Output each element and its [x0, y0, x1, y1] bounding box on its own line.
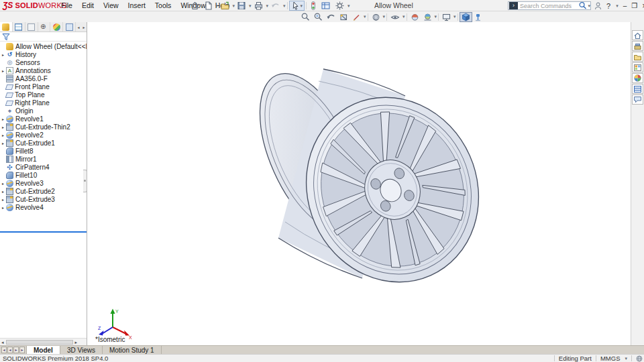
menu-insert[interactable]: Insert — [123, 0, 150, 11]
last-tab-button[interactable]: ► — [19, 347, 25, 353]
selection-filter-button[interactable] — [308, 1, 319, 11]
tab-displaymanager[interactable] — [50, 22, 63, 32]
tree-horizontal-scrollbar[interactable]: ◂ ▸ — [0, 338, 87, 345]
select-button[interactable]: ▾ — [289, 1, 305, 11]
apply-scene-dropdown-icon[interactable]: ▾ — [435, 14, 437, 19]
graphics-viewport[interactable]: Y X Z *Isometric — [87, 22, 631, 345]
expand-arrow[interactable]: ▸ — [0, 189, 6, 194]
edit-appearance-button[interactable] — [409, 12, 421, 22]
expand-arrow[interactable]: ▸ — [0, 197, 6, 202]
previous-view-button[interactable] — [325, 12, 337, 22]
tree-item-front-plane[interactable]: Front Plane — [0, 82, 87, 90]
pin-toolbar-icon[interactable] — [472, 12, 484, 22]
status-globe-icon[interactable] — [636, 355, 643, 362]
expand-arrow[interactable]: ▸ — [0, 52, 6, 57]
annotation-dropdown-icon[interactable]: ▾ — [364, 14, 366, 19]
tab-featuremanager[interactable] — [0, 22, 13, 32]
search-commands-box[interactable]: › ▾ — [508, 1, 591, 10]
dynamic-annotation-views-button[interactable] — [350, 12, 363, 22]
tree-root[interactable]: Allow Wheel (Default<<Default>_D — [0, 42, 87, 50]
tree-item-cut-extrude-thin2[interactable]: ▸Cut-Extrude-Thin2 — [0, 123, 87, 131]
display-style-dropdown-icon[interactable]: ▾ — [383, 14, 386, 19]
status-units[interactable]: MMGS — [600, 355, 621, 362]
view-settings-button[interactable] — [440, 12, 453, 22]
tab-dimxpertmanager[interactable] — [38, 22, 51, 32]
apply-scene-button[interactable] — [421, 12, 434, 22]
menu-view[interactable]: View — [99, 0, 123, 11]
expand-arrow[interactable]: ▸ — [0, 117, 6, 121]
solidworks-resources-button[interactable] — [632, 30, 643, 40]
design-library-button[interactable] — [632, 41, 643, 51]
menu-tools[interactable]: Tools — [150, 0, 176, 11]
tree-item-cut-extrude1[interactable]: ▸Cut-Extrude1 — [0, 139, 87, 147]
print-button[interactable] — [252, 1, 266, 11]
options-dropdown-icon[interactable]: ▾ — [347, 3, 350, 9]
tree-item-history[interactable]: ▸History — [0, 50, 87, 58]
expand-arrow[interactable]: ▸ — [0, 133, 6, 137]
expand-arrow[interactable]: ▸ — [0, 205, 6, 210]
rollback-bar[interactable] — [0, 231, 87, 233]
tree-item-mirror1[interactable]: Mirror1 — [0, 155, 87, 163]
help-button[interactable]: ? — [606, 2, 610, 10]
tree-item-right-plane[interactable]: Right Plane — [0, 99, 87, 107]
appearances-scenes-button[interactable] — [632, 73, 643, 83]
tab-3d-views[interactable]: 3D Views — [60, 346, 103, 354]
tree-item-annotations[interactable]: ▸Annotations — [0, 66, 87, 74]
minimize-button[interactable]: – — [623, 2, 627, 9]
tree-item-cut-extrude2[interactable]: ▸Cut-Extrude2 — [0, 187, 87, 195]
tab-configurationmanager[interactable] — [25, 22, 38, 32]
file-explorer-button[interactable] — [632, 52, 643, 62]
tab-scroll-left[interactable]: ◂ — [76, 22, 81, 32]
first-tab-button[interactable]: ◄ — [1, 347, 7, 353]
search-magnifier-icon[interactable] — [578, 1, 587, 10]
search-input[interactable] — [518, 3, 578, 9]
undo-button[interactable] — [268, 1, 282, 11]
scroll-left-arrow[interactable]: ◂ — [1, 339, 4, 345]
next-tab-button[interactable]: ► — [13, 347, 19, 353]
solidworks-forum-button[interactable] — [632, 95, 643, 105]
tree-item-cirpattern4[interactable]: CirPattern4 — [0, 163, 87, 171]
restore-button[interactable]: ❐ — [631, 2, 637, 9]
prev-tab-button[interactable]: ◄ — [7, 347, 13, 353]
custom-properties-button[interactable] — [632, 84, 643, 94]
hide-show-dropdown-icon[interactable]: ▾ — [402, 14, 405, 19]
tree-item-material[interactable]: AA356.0-F — [0, 74, 87, 82]
section-view-button[interactable] — [337, 12, 350, 22]
save-button[interactable] — [235, 1, 248, 11]
login-user-icon[interactable] — [594, 2, 602, 10]
hide-show-items-button[interactable] — [388, 12, 402, 22]
filter-funnel-icon[interactable] — [2, 33, 10, 41]
menu-file[interactable]: File — [56, 0, 77, 11]
help-dropdown-icon[interactable]: ▾ — [616, 3, 619, 9]
display-style-button[interactable] — [370, 12, 382, 22]
expand-arrow[interactable]: ▸ — [0, 125, 6, 129]
tree-item-revolve2[interactable]: ▸Revolve2 — [0, 131, 87, 139]
open-button[interactable] — [218, 1, 232, 11]
tab-scroll-right[interactable]: ▸ — [81, 22, 87, 32]
search-dropdown-icon[interactable]: ▾ — [588, 3, 590, 9]
tree-item-fillet10[interactable]: Fillet10 — [0, 171, 87, 179]
options-button[interactable] — [333, 1, 347, 11]
tree-item-top-plane[interactable]: Top Plane — [0, 90, 87, 99]
tab-model[interactable]: Model — [26, 346, 60, 354]
xpert-tools-button[interactable] — [319, 1, 333, 11]
units-dropdown-icon[interactable]: ▾ — [625, 356, 627, 361]
tree-item-origin[interactable]: Origin — [0, 107, 87, 115]
tree-item-cut-extrude3[interactable]: ▸Cut-Extrude3 — [0, 195, 87, 203]
tree-item-revolve3[interactable]: ▸Revolve3 — [0, 179, 87, 187]
undo-dropdown-icon[interactable]: ▾ — [283, 3, 286, 9]
expand-arrow[interactable]: ▸ — [0, 181, 6, 186]
zoom-to-fit-button[interactable] — [299, 12, 312, 22]
tab-propertymanager[interactable] — [13, 22, 25, 32]
scroll-right-arrow[interactable]: ▸ — [74, 339, 77, 345]
tab-cam[interactable] — [63, 22, 76, 32]
view-palette-button[interactable] — [632, 62, 643, 72]
view-cube-button[interactable] — [460, 12, 472, 22]
zoom-to-area-button[interactable] — [312, 12, 325, 22]
view-settings-dropdown-icon[interactable]: ▾ — [453, 14, 456, 19]
tree-item-fillet8[interactable]: Fillet8 — [0, 147, 87, 155]
select-dropdown-icon[interactable]: ▾ — [301, 3, 303, 9]
scrollbar-thumb[interactable] — [6, 340, 73, 345]
tree-item-sensors[interactable]: Sensors — [0, 58, 87, 66]
expand-arrow[interactable]: ▸ — [0, 141, 6, 145]
